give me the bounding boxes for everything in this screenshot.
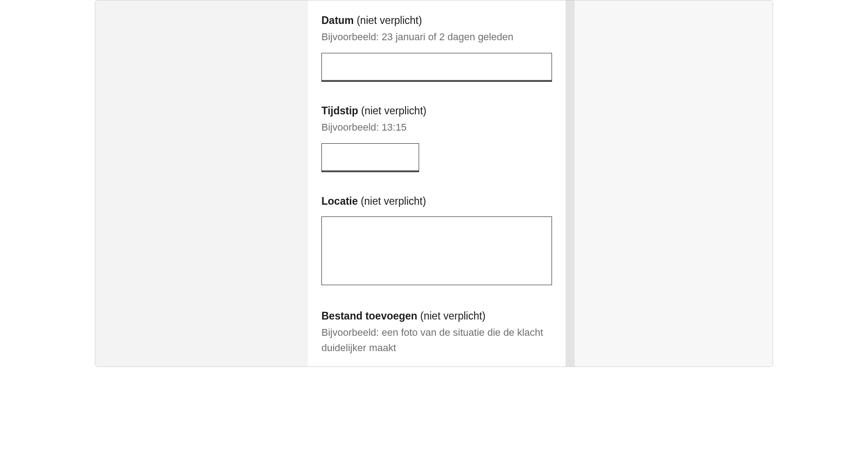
right-gutter <box>566 0 575 367</box>
page-background: Datum (niet verplicht) Bijvoorbeeld: 23 … <box>95 0 566 367</box>
date-label: Datum (niet verplicht) <box>321 14 552 28</box>
time-optional-suffix: (niet verplicht) <box>361 105 426 117</box>
location-label: Locatie (niet verplicht) <box>321 195 552 208</box>
screenshot-frame: Datum (niet verplicht) Bijvoorbeeld: 23 … <box>95 0 773 367</box>
form-group-date: Datum (niet verplicht) Bijvoorbeeld: 23 … <box>321 14 552 82</box>
time-hint: Bijvoorbeeld: 13:15 <box>321 120 552 135</box>
attachment-optional-suffix: (niet verplicht) <box>420 310 486 322</box>
form-card: Datum (niet verplicht) Bijvoorbeeld: 23 … <box>308 0 566 367</box>
time-label-text: Tijdstip <box>321 105 358 117</box>
time-label: Tijdstip (niet verplicht) <box>321 104 552 118</box>
date-hint: Bijvoorbeeld: 23 januari of 2 dagen gele… <box>321 29 552 45</box>
date-optional-suffix: (niet verplicht) <box>357 14 422 26</box>
time-input[interactable] <box>321 143 419 172</box>
attachment-label: Bestand toevoegen (niet verplicht) <box>321 310 552 323</box>
form-group-time: Tijdstip (niet verplicht) Bijvoorbeeld: … <box>321 104 552 172</box>
form-group-location: Locatie (niet verplicht) <box>321 195 552 287</box>
location-label-text: Locatie <box>321 195 358 207</box>
date-label-text: Datum <box>321 14 354 26</box>
attachment-label-text: Bestand toevoegen <box>321 310 417 322</box>
right-blank-region <box>575 0 773 367</box>
form-group-attachment: Bestand toevoegen (niet verplicht) Bijvo… <box>321 310 552 356</box>
location-optional-suffix: (niet verplicht) <box>361 195 426 207</box>
date-input[interactable] <box>321 53 552 82</box>
attachment-hint: Bijvoorbeeld: een foto van de situatie d… <box>321 325 552 356</box>
location-input[interactable] <box>321 216 552 285</box>
